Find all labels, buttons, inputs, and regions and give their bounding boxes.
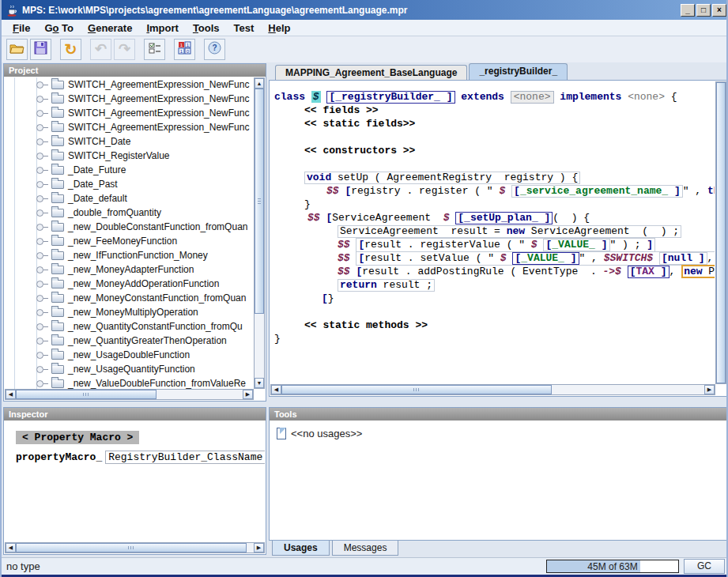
tree-item[interactable]: _new_DoubleConstantFunction_fromQuan — [5, 220, 254, 234]
tree-item[interactable]: _Date_Past — [5, 177, 254, 191]
code-token[interactable]: _registryBuilder_ — [335, 91, 446, 103]
tree-collapse-handle-icon[interactable] — [36, 153, 49, 159]
code-token[interactable]: ] — [571, 252, 577, 264]
tree-item[interactable]: _Date_Future — [5, 163, 254, 177]
tree-collapse-handle-icon[interactable] — [36, 338, 49, 344]
code-token[interactable]: $ — [443, 212, 456, 224]
code-token[interactable]: _VALUE_ — [521, 252, 570, 264]
code-token[interactable]: <none> — [628, 91, 665, 103]
code-token[interactable]: ->$ — [602, 266, 627, 277]
code-token[interactable]: $$ — [307, 212, 326, 224]
tree-collapse-handle-icon[interactable] — [36, 181, 49, 187]
tree-item[interactable]: _new_QuantityGreaterThenOperation — [5, 334, 254, 348]
code-token[interactable]: new — [684, 266, 702, 277]
code-area[interactable]: class $ [_registryBuilder_ ] extends <no… — [274, 90, 715, 383]
code-token[interactable]: ServiceAgreement ( ) ; — [525, 225, 679, 237]
code-token[interactable]: [null ] — [659, 252, 707, 265]
code-token[interactable]: ] — [661, 266, 667, 277]
code-token[interactable]: _VALUE_ — [552, 239, 601, 251]
help-button[interactable]: ? — [204, 39, 225, 60]
code-token[interactable]: << fields >> — [304, 104, 379, 116]
code-token[interactable] — [321, 91, 327, 103]
code-line[interactable]: $$ [result . registerValue ( " $ [_VALUE… — [274, 238, 715, 251]
scroll-left-icon[interactable]: ◀ — [6, 390, 16, 399]
tree-item[interactable]: _new_QuantityConstantFunction_fromQu — [5, 319, 254, 334]
tree-collapse-handle-icon[interactable] — [36, 281, 49, 287]
code-token[interactable]: $$ — [338, 252, 356, 264]
code-token[interactable]: [ — [630, 266, 636, 277]
code-token[interactable]: ] — [647, 239, 653, 251]
code-token[interactable]: result . setValue ( " — [364, 252, 500, 264]
code-line[interactable]: $$ [ServiceAgreement $ [_setUp_plan_ ]( … — [274, 211, 715, 224]
editor-horizontal-scrollbar[interactable]: ◀ ▶ — [270, 384, 715, 395]
menu-go-to[interactable]: Go To — [38, 21, 80, 35]
code-line[interactable]: ServiceAgreement result = new ServiceAgr… — [274, 224, 715, 238]
code-token[interactable]: this — [707, 185, 715, 197]
code-token[interactable]: registry . register ( " — [351, 185, 499, 197]
tree-item[interactable]: _double_fromQuantity — [5, 206, 254, 220]
code-token[interactable]: ServiceAgreement result = new ServiceAgr… — [338, 225, 681, 238]
tree-item[interactable]: _new_MoneyAdapterFunction — [5, 262, 254, 277]
code-token[interactable]: [_setUp_plan_ ] — [455, 212, 553, 224]
code-line[interactable]: return result ; — [274, 278, 715, 292]
scroll-right-icon[interactable]: ▶ — [243, 390, 253, 399]
code-token[interactable]: [_VALUE_ ] — [512, 252, 579, 265]
tree-item[interactable]: SWITCH_Date — [5, 134, 254, 149]
code-token[interactable]: result . registerValue ( " — [364, 239, 531, 251]
generate-button[interactable]: ↻ — [60, 39, 81, 60]
code-token[interactable]: result ; — [377, 279, 432, 291]
save-button[interactable] — [30, 39, 51, 60]
code-token[interactable]: $ — [499, 185, 511, 197]
code-line[interactable] — [274, 305, 715, 319]
code-line[interactable]: << static methods >> — [274, 319, 715, 332]
tree-collapse-handle-icon[interactable] — [36, 81, 49, 88]
code-line[interactable]: $$ [result . setValue ( " $ [_VALUE_ ]" … — [274, 251, 715, 265]
scroll-left-icon[interactable]: ◀ — [271, 385, 281, 394]
code-token[interactable]: ( ) { — [553, 212, 590, 224]
code-token[interactable]: [result . setValue ( " $ [_VALUE_ ]" , $… — [356, 251, 715, 266]
code-token[interactable]: ] — [447, 91, 453, 103]
menu-help[interactable]: Help — [262, 21, 296, 35]
memory-indicator[interactable]: 45M of 63M — [546, 560, 679, 573]
code-token[interactable]: << constructors >> — [304, 145, 415, 157]
tree-item[interactable]: _new_FeeMoneyFunction — [5, 234, 254, 248]
code-token[interactable]: } — [328, 292, 334, 304]
code-line[interactable]: } — [274, 198, 715, 211]
code-token[interactable]: class — [274, 91, 311, 103]
tree-item[interactable]: _new_MoneyAddOperationFunction — [5, 277, 254, 291]
code-token[interactable]: [ — [662, 252, 668, 264]
tree-collapse-handle-icon[interactable] — [36, 238, 49, 244]
tree-item[interactable]: _new_MoneyMultiplyOperation — [5, 305, 254, 319]
property-macro-value[interactable]: RegistryBuilder_ClassName — [105, 451, 265, 464]
code-token[interactable]: EventType . — [522, 266, 602, 277]
close-button[interactable]: × — [712, 4, 726, 17]
titlebar[interactable]: MPS: E:\work\MPS\projects\agreement\agre… — [2, 0, 728, 20]
tools-tab-usages[interactable]: Usages — [272, 541, 330, 556]
code-line[interactable]: $$ [result . addPostingRule ( EventType … — [274, 265, 715, 278]
tree-item[interactable]: SWITCH_AgreementExpression_NewFunc — [5, 92, 254, 106]
menu-generate[interactable]: Generate — [81, 21, 138, 35]
code-token[interactable]: void setUp ( AgreementRegistry registry … — [304, 172, 580, 184]
tree-collapse-handle-icon[interactable] — [36, 366, 49, 372]
tree-collapse-handle-icon[interactable] — [36, 352, 49, 358]
tree-item[interactable]: _new_UsageQuantityFunction — [5, 362, 254, 376]
code-token[interactable]: $$ — [338, 239, 356, 251]
code-line[interactable] — [274, 130, 715, 144]
code-token[interactable]: null — [668, 252, 699, 264]
menu-tools[interactable]: Tools — [187, 21, 226, 35]
code-token[interactable]: PostingRu — [703, 266, 715, 277]
scroll-right-icon[interactable]: ▶ — [704, 385, 715, 394]
tree-item[interactable]: _new_IfFunctionFunction_Money — [5, 248, 254, 262]
numbers-button[interactable]: 1101 — [174, 39, 195, 60]
code-token[interactable]: << static fields>> — [304, 118, 415, 130]
code-line[interactable]: } — [274, 332, 715, 345]
code-token[interactable]: implements — [554, 91, 628, 103]
code-token[interactable]: [ — [458, 212, 464, 224]
code-token[interactable]: void — [307, 172, 331, 183]
code-token[interactable]: [ — [514, 185, 520, 197]
tree-collapse-handle-icon[interactable] — [36, 96, 49, 102]
code-token[interactable]: , — [707, 252, 715, 264]
code-token[interactable]: $ — [531, 239, 544, 251]
code-line[interactable]: << static fields>> — [274, 117, 715, 130]
code-token[interactable]: [_VALUE_ ] — [543, 239, 609, 251]
